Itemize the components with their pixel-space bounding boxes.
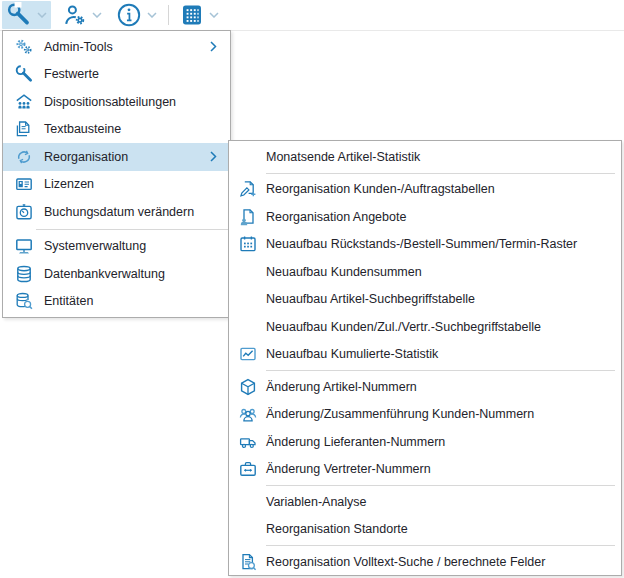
submenu-item-neuaufbau-artikel-suchbegriff[interactable]: Neuaufbau Artikel-Suchbegriffstabelle [229,286,621,314]
menu-item-label: Festwerte [44,67,230,81]
submenu-item-aenderung-kunden-nummern[interactable]: Änderung/Zusammenführung Kunden-Nummern [229,401,621,429]
menu-item-admin-tools[interactable]: Admin-Tools [3,33,230,61]
submenu-item-neuaufbau-kumulierte-statistik[interactable]: Neuaufbau Kumulierte-Statistik [229,341,621,369]
menu-item-label: Entitäten [44,294,230,308]
sync-icon [3,147,44,167]
building-people-icon [3,92,44,112]
document-edit-icon [229,179,266,199]
chevron-down-icon[interactable] [37,12,47,18]
menu-item-festwerte[interactable]: Festwerte [3,61,230,89]
cube-icon [229,377,266,397]
menu-item-datenbankverwaltung[interactable]: Datenbankverwaltung [3,260,230,288]
submenu-item-aenderung-vertreter-nummern[interactable]: Änderung Vertreter-Nummern [229,456,621,484]
menu-item-label: Buchungsdatum verändern [44,205,230,219]
calendar-grid-icon [229,234,266,254]
id-card-icon [3,174,44,194]
menu-item-label: Reorganisation [44,150,210,164]
user-admin-menu-button[interactable] [59,1,106,29]
submenu-item-label: Neuaufbau Artikel-Suchbegriffstabelle [266,292,621,306]
menu-item-buchungsdatum[interactable]: Buchungsdatum verändern [3,198,230,226]
chevron-down-icon[interactable] [147,12,157,18]
submenu-item-aenderung-artikel-nummern[interactable]: Änderung Artikel-Nummern [229,373,621,401]
admin-dropdown-menu: Admin-Tools Festwerte [2,30,231,318]
user-gear-icon [63,3,87,27]
info-menu-button[interactable] [112,1,161,29]
submenu-item-variablen-analyse[interactable]: Variablen-Analyse [229,488,621,516]
submenu-item-label: Reorganisation Angebote [266,210,621,224]
menu-item-dispositionsabteilungen[interactable]: Dispositionsabteilungen [3,88,230,116]
submenu-item-label: Änderung Vertreter-Nummern [266,462,621,476]
gears-icon [3,37,44,57]
submenu-item-reorg-angebote[interactable]: Reorganisation Angebote [229,203,621,231]
document-person-icon [229,207,266,227]
submenu-item-label: Reorganisation Volltext-Suche / berechne… [266,555,621,569]
info-icon [116,2,142,28]
app-window: Admin-Tools Festwerte [0,0,624,578]
menu-item-label: Datenbankverwaltung [44,267,230,281]
submenu-separator [266,370,615,371]
calculator-menu-button[interactable] [176,1,223,29]
toolbar [0,0,624,31]
briefcase-icon [229,459,266,479]
menu-item-lizenzen[interactable]: Lizenzen [3,171,230,199]
chevron-down-icon[interactable] [209,12,219,18]
stopwatch-icon [3,202,44,222]
submenu-item-neuaufbau-kunden-suchbegriff[interactable]: Neuaufbau Kunden/Zul./Vertr.-Suchbegriff… [229,313,621,341]
submenu-item-label: Neuaufbau Kumulierte-Statistik [266,347,621,361]
submenu-arrow-icon [210,151,230,162]
menu-item-textbausteine[interactable]: Textbausteine [3,116,230,144]
menu-item-label: Textbausteine [44,122,230,136]
submenu-item-neuaufbau-kundensummen[interactable]: Neuaufbau Kundensummen [229,258,621,286]
submenu-item-label: Neuaufbau Kunden/Zul./Vertr.-Suchbegriff… [266,320,621,334]
submenu-item-label: Änderung/Zusammenführung Kunden-Nummern [266,407,621,421]
wrench-icon [3,64,44,84]
submenu-item-neuaufbau-rueckstand[interactable]: Neuaufbau Rückstands-/Bestell-Summen/Ter… [229,231,621,259]
truck-icon [229,432,266,452]
submenu-item-label: Änderung Artikel-Nummern [266,380,621,394]
menu-separator [36,229,230,230]
menu-item-entitaeten[interactable]: Entitäten [3,288,230,316]
submenu-item-label: Reorganisation Standorte [266,522,621,536]
submenu-item-reorg-standorte[interactable]: Reorganisation Standorte [229,516,621,544]
database-icon [3,264,44,284]
menu-item-label: Dispositionsabteilungen [44,95,230,109]
monitor-icon [3,236,44,256]
submenu-item-monatsende-artikel-statistik[interactable]: Monatsende Artikel-Statistik [229,143,621,171]
line-chart-icon [229,344,266,364]
submenu-item-reorg-volltext-suche[interactable]: Reorganisation Volltext-Suche / berechne… [229,548,621,576]
submenu-item-label: Neuaufbau Kundensummen [266,265,621,279]
calculator-icon [180,3,204,27]
database-search-icon [3,291,44,311]
people-group-icon [229,404,266,424]
submenu-separator [266,545,615,546]
document-search-icon [229,552,266,572]
menu-item-systemverwaltung[interactable]: Systemverwaltung [3,233,230,261]
submenu-item-label: Variablen-Analyse [266,495,621,509]
wrench-icon [6,2,32,28]
chevron-down-icon[interactable] [92,12,102,18]
reorganisation-submenu: Monatsende Artikel-Statistik Reorganisat… [228,140,622,576]
menu-item-label: Systemverwaltung [44,239,230,253]
submenu-item-label: Monatsende Artikel-Statistik [266,150,621,164]
submenu-item-aenderung-lieferanten-nummern[interactable]: Änderung Lieferanten-Nummern [229,428,621,456]
submenu-item-reorg-kunden-auftragstabellen[interactable]: Reorganisation Kunden-/Auftragstabellen [229,176,621,204]
menu-item-reorganisation[interactable]: Reorganisation [3,143,230,171]
submenu-separator [266,173,615,174]
submenu-item-label: Reorganisation Kunden-/Auftragstabellen [266,182,621,196]
submenu-item-label: Neuaufbau Rückstands-/Bestell-Summen/Ter… [266,237,621,251]
submenu-separator [266,485,615,486]
menu-item-label: Admin-Tools [44,40,210,54]
tools-menu-button[interactable] [2,1,51,29]
toolbar-separator [168,5,169,25]
documents-icon [3,119,44,139]
submenu-item-label: Änderung Lieferanten-Nummern [266,435,621,449]
menu-item-label: Lizenzen [44,177,230,191]
submenu-arrow-icon [210,41,230,52]
